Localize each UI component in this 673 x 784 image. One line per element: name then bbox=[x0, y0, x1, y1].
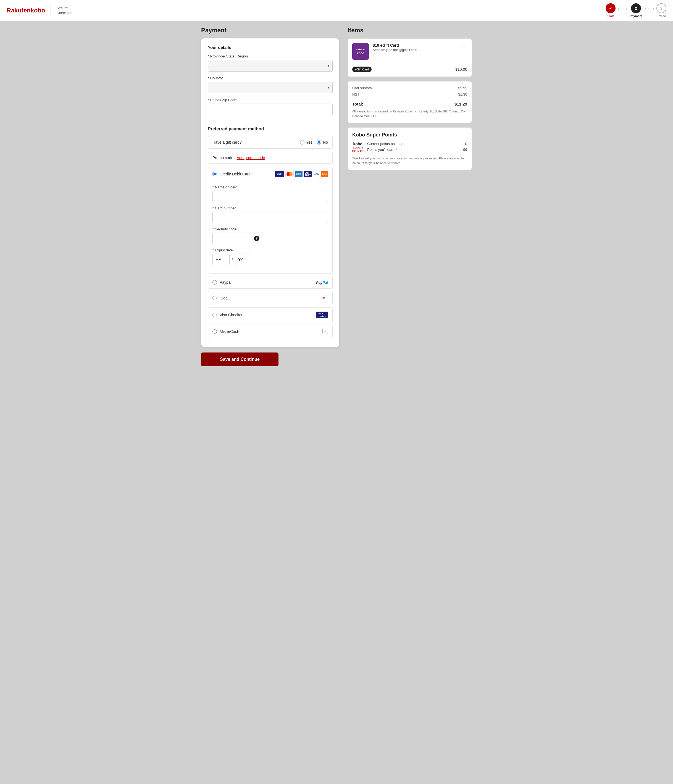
hst-value: $1.30 bbox=[458, 92, 467, 96]
ideal-option: iDeal iD bbox=[208, 291, 333, 305]
paypal-header[interactable]: Paypal PayPal bbox=[208, 276, 333, 288]
logo-text: Rakutenkobo bbox=[7, 7, 45, 14]
province-select[interactable] bbox=[208, 60, 333, 72]
name-on-card-group: * Name on card bbox=[213, 185, 328, 202]
payment-method-title: Preferred payment method bbox=[208, 126, 333, 132]
visa-icon: VISA bbox=[275, 171, 284, 177]
item-name: $10 eGift Card bbox=[373, 43, 457, 48]
current-balance-label: Current points balance: bbox=[367, 142, 404, 146]
card-number-input[interactable] bbox=[213, 212, 328, 223]
main-content: Payment Your details * Province/ State/ … bbox=[196, 21, 477, 372]
points-note: *We'll award your points as soon as your… bbox=[352, 156, 467, 165]
gift-card-yes-radio[interactable] bbox=[300, 140, 305, 145]
country-select-wrapper: ▾ bbox=[208, 82, 333, 93]
header-left: Rakutenkobo Secure Checkout bbox=[7, 5, 71, 16]
discover-icon: DISC bbox=[321, 171, 328, 177]
postal-input[interactable] bbox=[208, 104, 333, 115]
paypal-radio[interactable] bbox=[213, 280, 217, 285]
secure-checkout: Secure Checkout bbox=[56, 6, 71, 16]
payment-card: Your details * Province/ State/ Region ▾… bbox=[201, 38, 339, 347]
item-type-badge: eGift Card bbox=[352, 67, 371, 72]
year-select[interactable]: YY 24252627 28293031 bbox=[235, 254, 251, 265]
item-details: $10 eGift Card Send to: jane.doe@gmail.c… bbox=[373, 43, 457, 52]
promo-label: Promo code bbox=[213, 156, 233, 160]
mistercash-header[interactable]: MisterCash ≡ bbox=[208, 325, 333, 338]
arrow-dots-1: ··· bbox=[621, 7, 623, 10]
arrow-3: › bbox=[645, 6, 646, 11]
mistercash-icon-container: ≡ bbox=[322, 329, 328, 334]
visa-checkout-icon-container: VISAcheckout bbox=[316, 312, 328, 318]
visa-checkout-header[interactable]: Visa Checkout VISAcheckout bbox=[208, 308, 333, 322]
expiry-slash: / bbox=[232, 257, 233, 262]
mistercash-radio[interactable] bbox=[213, 329, 217, 334]
item-thumb-kobo: kobo bbox=[357, 51, 364, 55]
province-select-wrapper: ▾ bbox=[208, 60, 333, 72]
current-balance-value: 0 bbox=[465, 142, 467, 146]
total-row: Total: $11.29 bbox=[352, 99, 467, 106]
kobo-points-content: kobo SUPER POINTS Current points balance… bbox=[352, 142, 467, 153]
arrow-1: › bbox=[618, 6, 619, 11]
item-type-row: eGift Card $10.00 bbox=[352, 63, 467, 72]
name-on-card-input[interactable] bbox=[213, 191, 328, 202]
credit-card-radio[interactable] bbox=[213, 172, 217, 176]
credit-card-option: Credit/ Debit Card VISA AMEX VISADEBIT bbox=[208, 167, 333, 274]
hst-label: HST bbox=[352, 92, 359, 96]
security-help-icon[interactable]: ? bbox=[254, 236, 260, 241]
item-row: Rakuten kobo $10 eGift Card Send to: jan… bbox=[352, 43, 467, 60]
your-details-title: Your details bbox=[208, 45, 333, 50]
month-select[interactable]: MM 01020304 05060708 09101112 bbox=[213, 254, 230, 265]
paypal-icon-container: PayPal bbox=[316, 280, 328, 285]
step-payment: 2 Payment bbox=[629, 3, 642, 18]
gift-card-row: Have a gift card? Yes No bbox=[208, 136, 333, 149]
credit-card-form: * Name on card * Card number * Security … bbox=[208, 181, 333, 274]
visa-debit-icon: VISADEBIT bbox=[304, 171, 312, 177]
cart-subtotal-label: Cart subtotal: bbox=[352, 86, 373, 90]
jcb-icon: JCB bbox=[313, 171, 320, 177]
kobo-logo-top: kobo bbox=[353, 142, 362, 146]
transaction-notice: All transactions processed by Rakuten Ko… bbox=[352, 109, 467, 118]
credit-card-header[interactable]: Credit/ Debit Card VISA AMEX VISADEBIT bbox=[208, 167, 333, 181]
page-title: Payment bbox=[201, 27, 339, 34]
gift-card-no-option[interactable]: No bbox=[317, 140, 328, 145]
postal-group: * Postal/ Zip Code bbox=[208, 98, 333, 115]
step-circle-payment: 2 bbox=[631, 3, 641, 13]
gift-card-no-label: No bbox=[323, 140, 328, 145]
gift-card-yes-option[interactable]: Yes bbox=[300, 140, 312, 145]
credit-card-label: Credit/ Debit Card bbox=[220, 172, 272, 176]
card-icons: VISA AMEX VISADEBIT JCB DISC bbox=[275, 171, 328, 177]
gift-card-no-radio[interactable] bbox=[317, 140, 321, 145]
expiry-group: * Expiry date MM 01020304 05060708 09101… bbox=[213, 248, 328, 265]
kobo-logo-mid: SUPER bbox=[353, 146, 363, 150]
items-title: Items bbox=[348, 27, 472, 34]
order-summary: Cart subtotal: $9.99 HST $1.30 Total: $1… bbox=[348, 81, 472, 123]
promo-link[interactable]: Add promo code bbox=[236, 156, 265, 160]
item-price: $10.00 bbox=[455, 67, 467, 72]
item-more-button[interactable]: ··· bbox=[461, 43, 467, 49]
ideal-header[interactable]: iDeal iD bbox=[208, 291, 333, 305]
step-label-review: Review bbox=[656, 14, 666, 18]
logo-kobo: kobo bbox=[31, 7, 45, 14]
logo: Rakutenkobo bbox=[7, 7, 45, 14]
cart-subtotal-row: Cart subtotal: $9.99 bbox=[352, 86, 467, 90]
kobo-points-title: Kobo Super Points bbox=[352, 132, 467, 138]
month-select-wrapper: MM 01020304 05060708 09101112 bbox=[213, 254, 230, 265]
cart-subtotal-value: $9.99 bbox=[458, 86, 467, 90]
step-start: ✓ Start bbox=[606, 3, 615, 18]
country-select[interactable] bbox=[208, 82, 333, 93]
security-input-wrapper: ? bbox=[213, 233, 262, 244]
security-code-label: * Security code bbox=[213, 227, 328, 231]
kobo-logo-bot: POINTS bbox=[352, 150, 363, 153]
security-code-group: * Security code ? bbox=[213, 227, 328, 244]
ideal-radio[interactable] bbox=[213, 296, 217, 300]
step-review: 3 Review bbox=[656, 3, 666, 18]
save-continue-button[interactable]: Save and Continue bbox=[201, 353, 278, 366]
visa-checkout-logo-icon: VISAcheckout bbox=[316, 312, 328, 318]
current-balance-row: Current points balance: 0 bbox=[367, 142, 467, 146]
item-thumbnail: Rakuten kobo bbox=[352, 43, 369, 60]
visa-checkout-radio[interactable] bbox=[213, 313, 217, 317]
arrow-4: › bbox=[653, 6, 654, 11]
right-panel: Items Rakuten kobo $10 eGift Card Send t… bbox=[339, 27, 472, 366]
item-thumb-rakuten: Rakuten bbox=[356, 48, 365, 51]
step-circle-start: ✓ bbox=[606, 3, 615, 13]
logo-rakuten: Rakuten bbox=[7, 7, 31, 14]
